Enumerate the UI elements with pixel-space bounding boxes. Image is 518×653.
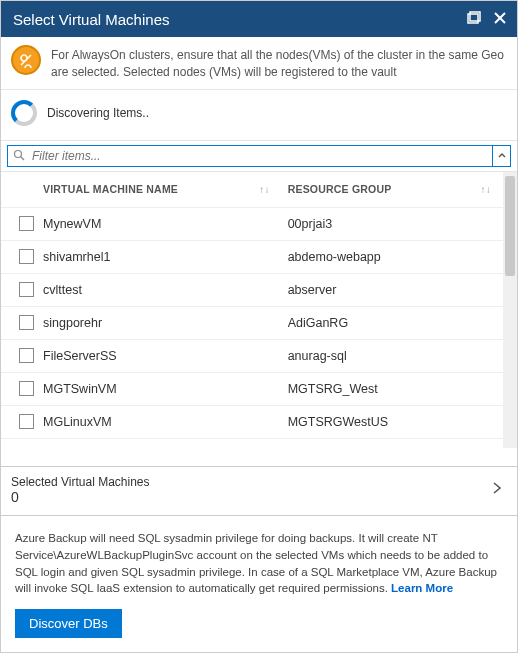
- close-icon[interactable]: [493, 11, 507, 28]
- header-actions: [467, 11, 507, 28]
- cell-vm: MynewVM: [43, 217, 288, 231]
- row-checkbox[interactable]: [19, 249, 34, 264]
- cell-vm: FileServerSS: [43, 349, 288, 363]
- selection-summary[interactable]: Selected Virtual Machines 0: [1, 466, 517, 516]
- cell-rg: abserver: [288, 283, 509, 297]
- filter-row: [1, 141, 517, 172]
- cell-vm: shivamrhel1: [43, 250, 288, 264]
- dialog-title: Select Virtual Machines: [13, 11, 467, 28]
- table-row[interactable]: singporehr AdiGanRG: [1, 307, 517, 340]
- cell-rg: MGTSRG_West: [288, 382, 509, 396]
- table-header: VIRTUAL MACHINE NAME ↑↓ RESOURCE GROUP ↑…: [1, 172, 517, 208]
- footer: Azure Backup will need SQL sysadmin priv…: [1, 515, 517, 652]
- table-row[interactable]: MynewVM 00prjai3: [1, 208, 517, 241]
- svg-point-4: [15, 150, 22, 157]
- column-header-vm[interactable]: VIRTUAL MACHINE NAME ↑↓: [43, 183, 288, 195]
- filter-input[interactable]: [7, 145, 493, 167]
- row-checkbox[interactable]: [19, 348, 34, 363]
- cell-rg: abdemo-webapp: [288, 250, 509, 264]
- row-checkbox[interactable]: [19, 414, 34, 429]
- column-header-rg-label: RESOURCE GROUP: [288, 183, 392, 195]
- discovering-text: Discovering Items..: [47, 106, 149, 120]
- row-checkbox[interactable]: [19, 282, 34, 297]
- cell-rg: MGTSRGWestUS: [288, 415, 509, 429]
- table-row[interactable]: MGTSwinVM MGTSRG_West: [1, 373, 517, 406]
- sort-indicator-icon: ↑↓: [481, 184, 491, 195]
- scrollbar-thumb[interactable]: [505, 176, 515, 276]
- row-checkbox[interactable]: [19, 315, 34, 330]
- row-checkbox[interactable]: [19, 216, 34, 231]
- cell-rg: anurag-sql: [288, 349, 509, 363]
- vertical-scrollbar[interactable]: [503, 172, 517, 448]
- footer-text: Azure Backup will need SQL sysadmin priv…: [15, 530, 503, 597]
- table-row[interactable]: shivamrhel1 abdemo-webapp: [1, 241, 517, 274]
- table-row[interactable]: FileServerSS anurag-sql: [1, 340, 517, 373]
- cell-rg: AdiGanRG: [288, 316, 509, 330]
- info-banner-text: For AlwaysOn clusters, ensure that all t…: [51, 45, 507, 81]
- sort-indicator-icon: ↑↓: [259, 184, 269, 195]
- search-icon: [13, 149, 25, 164]
- svg-line-5: [21, 157, 24, 160]
- table-row[interactable]: MGLinuxVM MGTSRGWestUS: [1, 406, 517, 439]
- column-header-rg[interactable]: RESOURCE GROUP ↑↓: [288, 183, 509, 195]
- discovering-row: Discovering Items..: [1, 90, 517, 141]
- summary-count: 0: [11, 489, 491, 505]
- summary-label: Selected Virtual Machines: [11, 475, 491, 489]
- dialog-header: Select Virtual Machines: [1, 1, 517, 37]
- cell-rg: 00prjai3: [288, 217, 509, 231]
- learn-more-link[interactable]: Learn More: [391, 582, 453, 594]
- cell-vm: MGLinuxVM: [43, 415, 288, 429]
- tools-icon: [11, 45, 41, 75]
- column-header-vm-label: VIRTUAL MACHINE NAME: [43, 183, 178, 195]
- expand-columns-button[interactable]: [493, 145, 511, 167]
- cell-vm: MGTSwinVM: [43, 382, 288, 396]
- table-row[interactable]: cvlttest abserver: [1, 274, 517, 307]
- cell-vm: singporehr: [43, 316, 288, 330]
- vm-table: VIRTUAL MACHINE NAME ↑↓ RESOURCE GROUP ↑…: [1, 172, 517, 448]
- spinner-icon: [11, 100, 37, 126]
- row-checkbox[interactable]: [19, 381, 34, 396]
- discover-dbs-button[interactable]: Discover DBs: [15, 609, 122, 638]
- summary-block: Selected Virtual Machines 0: [11, 475, 491, 505]
- chevron-right-icon[interactable]: [491, 481, 507, 498]
- info-banner: For AlwaysOn clusters, ensure that all t…: [1, 37, 517, 90]
- cell-vm: cvlttest: [43, 283, 288, 297]
- restore-icon[interactable]: [467, 11, 481, 28]
